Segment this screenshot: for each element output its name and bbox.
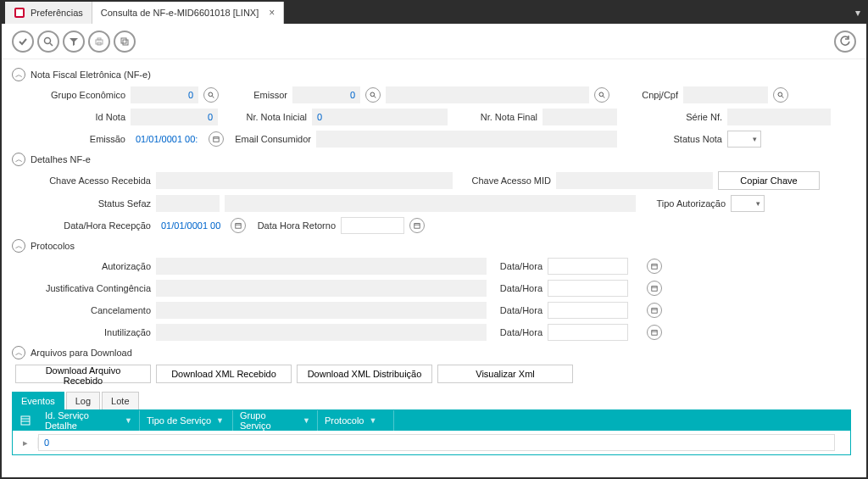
tab-consulta-nfe[interactable]: Consulta de NF-e-MID6601018 [LINX] ×: [92, 2, 285, 24]
serie-nf-field[interactable]: [727, 109, 831, 125]
label-grupo-economico: Grupo Econômico: [15, 90, 125, 100]
data-hora-retorno-field[interactable]: [341, 217, 404, 234]
svg-rect-1: [16, 9, 23, 16]
copiar-chave-button[interactable]: Copiar Chave: [718, 171, 820, 190]
emissor-desc-field[interactable]: [386, 86, 589, 103]
label-data-hora: Data/Hora: [492, 283, 542, 293]
filter-icon[interactable]: ▼: [303, 416, 310, 425]
svg-rect-29: [652, 331, 657, 336]
label-tipo-autorizacao: Tipo Autorização: [641, 198, 726, 209]
close-icon[interactable]: ×: [269, 7, 275, 19]
copy-icon[interactable]: [114, 31, 136, 53]
row-selector-header[interactable]: [13, 415, 38, 426]
svg-rect-25: [652, 287, 657, 292]
datetime-icon[interactable]: [409, 218, 425, 233]
datetime-icon[interactable]: [209, 131, 224, 147]
justificativa-datahora-field[interactable]: [548, 280, 628, 297]
lookup-icon[interactable]: [365, 87, 381, 103]
grupo-economico-field[interactable]: [131, 86, 198, 103]
tipo-autorizacao-dropdown[interactable]: ▾: [731, 195, 765, 212]
datetime-icon[interactable]: [647, 259, 662, 274]
lookup-icon[interactable]: [773, 87, 788, 103]
autorizacao-field[interactable]: [156, 258, 487, 275]
label-data-hora: Data/Hora: [492, 261, 542, 271]
filter-icon[interactable]: ▼: [125, 416, 132, 425]
label-emissor: Emissor: [224, 90, 287, 100]
lookup-icon[interactable]: [203, 87, 219, 103]
grid-row[interactable]: ▸: [13, 431, 850, 454]
datetime-icon[interactable]: [647, 303, 662, 318]
download-arquivo-recebido-button[interactable]: Download Arquivo Recebido: [15, 365, 151, 383]
status-sefaz-code-field[interactable]: [156, 195, 220, 212]
datetime-icon[interactable]: [231, 218, 246, 233]
label-chave-acesso-recebida: Chave Acesso Recebida: [15, 175, 151, 186]
filter-icon[interactable]: ▼: [369, 416, 376, 425]
tab-preferencias[interactable]: Preferências: [5, 2, 92, 24]
section-title: Protocolos: [31, 241, 75, 251]
cancelamento-field[interactable]: [156, 302, 487, 319]
datetime-icon[interactable]: [647, 281, 662, 296]
tab-bar: Preferências Consulta de NF-e-MID6601018…: [2, 2, 866, 24]
svg-rect-7: [121, 38, 126, 43]
visualizar-xml-button[interactable]: Visualizar Xml: [437, 365, 573, 383]
svg-line-12: [374, 96, 376, 97]
chave-acesso-recebida-field[interactable]: [156, 172, 453, 189]
subtab-log[interactable]: Log: [66, 392, 100, 409]
datetime-icon[interactable]: [647, 325, 662, 340]
svg-rect-21: [415, 224, 420, 229]
search-icon[interactable]: [37, 31, 59, 53]
label-nr-nota-final: Nr. Nota Final: [453, 112, 537, 122]
col-tipo-de-servico[interactable]: Tipo de Serviço▼: [140, 410, 233, 431]
collapse-nfe-icon[interactable]: ︿: [12, 68, 25, 81]
print-icon[interactable]: [88, 31, 110, 53]
emissor-field[interactable]: [292, 86, 360, 103]
label-inutilizacao: Inutilização: [15, 327, 151, 337]
filter-icon[interactable]: ▼: [216, 416, 224, 425]
lookup-icon[interactable]: [594, 87, 609, 103]
nr-nota-inicial-field[interactable]: [312, 109, 448, 125]
label-cnpj-cpf: Cnpj/Cpf: [615, 90, 678, 100]
toolbar: [2, 24, 866, 59]
svg-line-16: [782, 96, 783, 97]
section-title: Detalhes NF-e: [31, 154, 91, 164]
download-xml-distribuicao-button[interactable]: Download XML Distribuição: [297, 365, 432, 383]
section-title: Nota Fiscal Eletrônica (NF-e): [31, 70, 151, 80]
status-sefaz-desc-field[interactable]: [225, 195, 636, 212]
col-protocolo[interactable]: Protocolo▼: [318, 410, 394, 431]
subtab-lote[interactable]: Lote: [102, 392, 138, 409]
label-nr-nota-inicial: Nr. Nota Inicial: [223, 112, 307, 122]
window-menu-icon[interactable]: ▾: [849, 2, 866, 24]
filter-icon[interactable]: [63, 31, 85, 53]
grid-cell-id-servico[interactable]: [38, 434, 835, 451]
svg-rect-31: [21, 416, 30, 425]
nr-nota-final-field[interactable]: [542, 109, 617, 125]
cancelamento-datahora-field[interactable]: [548, 302, 628, 319]
confirm-icon[interactable]: [12, 31, 34, 53]
collapse-detalhes-icon[interactable]: ︿: [12, 153, 25, 166]
label-data-hora: Data/Hora: [492, 305, 542, 315]
content-area: ︿ Nota Fiscal Eletrônica (NF-e) Grupo Ec…: [2, 59, 866, 477]
svg-rect-23: [652, 265, 657, 270]
data-hora-recepcao-field[interactable]: [156, 217, 225, 234]
label-status-nota: Status Nota: [622, 134, 722, 144]
col-grupo-servico[interactable]: Grupo Serviço▼: [233, 410, 318, 431]
autorizacao-datahora-field[interactable]: [548, 258, 628, 275]
svg-rect-5: [97, 38, 101, 40]
download-xml-recebido-button[interactable]: Download XML Recebido: [156, 365, 292, 383]
justificativa-contingencia-field[interactable]: [156, 280, 487, 297]
collapse-arquivos-icon[interactable]: ︿: [12, 346, 25, 359]
refresh-icon[interactable]: [834, 31, 856, 53]
chave-acesso-mid-field[interactable]: [556, 172, 713, 189]
collapse-protocolos-icon[interactable]: ︿: [12, 239, 25, 253]
email-consumidor-field[interactable]: [316, 131, 617, 148]
inutilizacao-datahora-field[interactable]: [548, 324, 628, 341]
emissao-field[interactable]: [131, 131, 203, 148]
id-nota-field[interactable]: [131, 109, 218, 125]
status-nota-dropdown[interactable]: ▾: [727, 131, 761, 148]
svg-point-15: [778, 92, 782, 97]
subtab-eventos[interactable]: Eventos: [12, 392, 64, 409]
col-id-servico-detalhe[interactable]: Id. Serviço Detalhe▼: [38, 410, 140, 431]
cnpj-cpf-field[interactable]: [683, 86, 768, 103]
inutilizacao-field[interactable]: [156, 324, 487, 341]
grid-header: Id. Serviço Detalhe▼ Tipo de Serviço▼ Gr…: [13, 410, 850, 431]
